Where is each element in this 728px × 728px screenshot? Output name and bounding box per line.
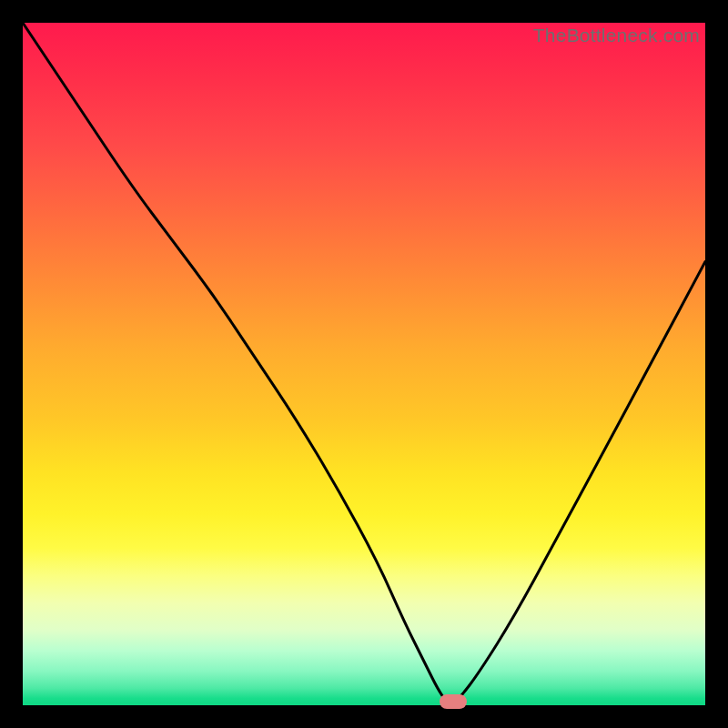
curve-path	[23, 23, 705, 703]
optimal-marker	[440, 694, 467, 709]
plot-area: TheBottleneck.com	[23, 23, 705, 705]
bottleneck-curve	[23, 23, 705, 705]
chart-frame: TheBottleneck.com	[0, 0, 728, 728]
